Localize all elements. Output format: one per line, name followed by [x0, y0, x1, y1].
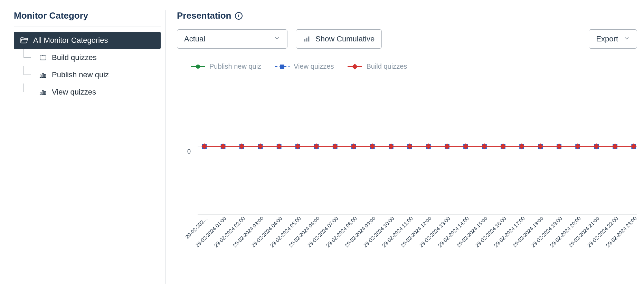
bar-chart-icon — [39, 88, 47, 96]
page-title-row: Presentation i — [177, 10, 637, 21]
tree-root-all-monitor-categories[interactable]: All Monitor Categories — [14, 32, 161, 49]
legend-entry-view-quizzes[interactable]: View quizzes — [275, 62, 334, 70]
svg-rect-4 — [40, 92, 41, 95]
category-tree: All Monitor Categories Build quizzes Pub… — [14, 32, 161, 101]
plot-svg-host — [198, 77, 637, 215]
export-button[interactable]: Export — [589, 29, 637, 49]
x-axis: 29-02-202…29-02-2024 01:0029-02-2024 02:… — [198, 215, 637, 264]
legend-entry-publish-new-quiz[interactable]: Publish new quiz — [191, 62, 261, 70]
svg-rect-6 — [45, 91, 46, 95]
svg-rect-16 — [352, 64, 358, 69]
main-panel: Presentation i Actual Show Cumulative Ex… — [166, 10, 637, 284]
show-cumulative-label: Show Cumulative — [315, 35, 375, 43]
tree-item-view-quizzes[interactable]: View quizzes — [31, 84, 161, 101]
export-label: Export — [596, 35, 618, 43]
tree-item-label: Build quizzes — [52, 53, 97, 62]
svg-rect-2 — [45, 74, 46, 77]
tree-root-label: All Monitor Categories — [33, 36, 108, 45]
chevron-down-icon — [624, 35, 630, 43]
legend-marker-diamond-icon — [348, 64, 362, 69]
chart-legend: Publish new quiz View quizzes Build quiz… — [191, 62, 637, 70]
sidebar-title: Monitor Category — [14, 10, 161, 27]
legend-entry-build-quizzes[interactable]: Build quizzes — [348, 62, 407, 70]
svg-rect-9 — [306, 38, 307, 41]
legend-label: Publish new quiz — [209, 62, 261, 70]
sidebar: Monitor Category All Monitor Categories … — [7, 10, 166, 284]
svg-point-12 — [196, 65, 200, 69]
tree-item-build-quizzes[interactable]: Build quizzes — [31, 49, 161, 66]
mode-select[interactable]: Actual — [177, 29, 287, 49]
svg-rect-8 — [304, 39, 305, 41]
legend-label: View quizzes — [294, 62, 334, 70]
legend-marker-square-icon — [275, 64, 290, 69]
info-icon[interactable]: i — [235, 12, 243, 20]
y-tick-0: 0 — [187, 148, 191, 155]
legend-marker-circle-icon — [191, 64, 205, 69]
tree-item-publish-new-quiz[interactable]: Publish new quiz — [31, 66, 161, 84]
show-cumulative-button[interactable]: Show Cumulative — [296, 29, 382, 49]
folder-open-icon — [20, 36, 28, 45]
tree-item-label: View quizzes — [52, 88, 96, 97]
bar-chart-icon — [303, 35, 311, 43]
mode-select-value: Actual — [184, 35, 205, 43]
bar-chart-icon — [39, 71, 47, 79]
svg-rect-10 — [308, 37, 309, 42]
legend-label: Build quizzes — [366, 62, 407, 70]
chart: Publish new quiz View quizzes Build quiz… — [177, 62, 637, 284]
plot-area: 0 29-02-202…29-02-2024 01:0029-02-2024 0… — [187, 77, 637, 226]
svg-rect-5 — [42, 90, 44, 95]
page-title: Presentation — [177, 10, 231, 21]
svg-rect-0 — [40, 75, 41, 77]
toolbar: Actual Show Cumulative Export — [177, 29, 637, 49]
svg-rect-14 — [280, 65, 284, 69]
tree-item-label: Publish new quiz — [52, 70, 109, 79]
svg-rect-1 — [42, 73, 44, 77]
chevron-down-icon — [274, 35, 280, 43]
folder-icon — [39, 53, 47, 62]
